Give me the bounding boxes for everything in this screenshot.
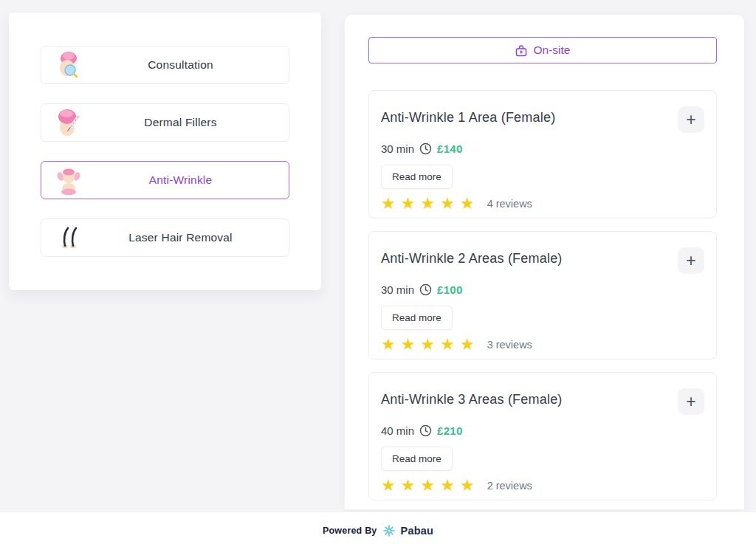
service-panel: On-site Anti-Wrinkle 1 Area (Female) + 3… xyxy=(345,15,744,509)
sidebar-item-label: Laser Hair Removal xyxy=(83,231,278,244)
service-name: Anti-Wrinkle 2 Areas (Female) xyxy=(381,249,563,267)
dermal-fillers-icon xyxy=(56,106,83,139)
reviews-count[interactable]: 2 reviews xyxy=(487,480,532,492)
pabau-snowflake-icon xyxy=(382,524,396,537)
read-more-button[interactable]: Read more xyxy=(381,165,453,189)
category-panel: Consultation Dermal Fillers xyxy=(9,13,321,290)
sidebar-item-label: Dermal Fillers xyxy=(83,116,278,129)
read-more-button[interactable]: Read more xyxy=(381,447,453,471)
sidebar-item-consultation[interactable]: Consultation xyxy=(41,46,289,84)
reviews-count[interactable]: 3 reviews xyxy=(487,339,532,351)
add-service-button[interactable]: + xyxy=(678,106,704,133)
service-name: Anti-Wrinkle 1 Area (Female) xyxy=(381,109,555,126)
star-rating-icons: ★★★★★ xyxy=(381,336,480,354)
add-service-button[interactable]: + xyxy=(678,388,704,415)
bag-icon xyxy=(515,44,527,57)
anti-wrinkle-icon xyxy=(56,164,83,196)
sidebar-item-label: Consultation xyxy=(83,58,278,72)
on-site-button[interactable]: On-site xyxy=(368,37,717,63)
service-duration: 30 min xyxy=(381,142,414,155)
powered-by-label: Powered By xyxy=(323,526,377,536)
consultation-icon xyxy=(56,49,83,81)
service-card: Anti-Wrinkle 3 Areas (Female) + 40 min £… xyxy=(368,372,717,500)
service-name: Anti-Wrinkle 3 Areas (Female) xyxy=(381,390,563,408)
clock-icon xyxy=(419,283,432,296)
star-rating-icons: ★★★★★ xyxy=(381,195,480,213)
clock-icon xyxy=(419,424,432,437)
pabau-brand-label[interactable]: Pabau xyxy=(401,525,434,537)
service-card: Anti-Wrinkle 2 Areas (Female) + 30 min £… xyxy=(368,231,717,359)
laser-hair-removal-icon xyxy=(56,221,83,254)
sidebar-item-laser-hair-removal[interactable]: Laser Hair Removal xyxy=(41,218,289,257)
service-price: £140 xyxy=(437,142,463,155)
footer: Powered By Pabau xyxy=(0,512,756,544)
sidebar-item-label: Anti-Wrinkle xyxy=(83,173,278,187)
clock-icon xyxy=(419,142,432,155)
service-duration: 30 min xyxy=(381,283,414,296)
service-list: Anti-Wrinkle 1 Area (Female) + 30 min £1… xyxy=(368,90,717,500)
service-price: £100 xyxy=(437,283,463,296)
add-service-button[interactable]: + xyxy=(678,247,704,274)
sidebar-item-dermal-fillers[interactable]: Dermal Fillers xyxy=(41,103,289,142)
reviews-count[interactable]: 4 reviews xyxy=(487,198,532,210)
service-price: £210 xyxy=(437,424,463,437)
read-more-button[interactable]: Read more xyxy=(381,306,453,330)
service-card: Anti-Wrinkle 1 Area (Female) + 30 min £1… xyxy=(368,90,717,218)
sidebar-item-anti-wrinkle[interactable]: Anti-Wrinkle xyxy=(41,161,289,199)
service-duration: 40 min xyxy=(381,424,414,437)
on-site-label: On-site xyxy=(534,44,571,57)
star-rating-icons: ★★★★★ xyxy=(381,477,480,495)
